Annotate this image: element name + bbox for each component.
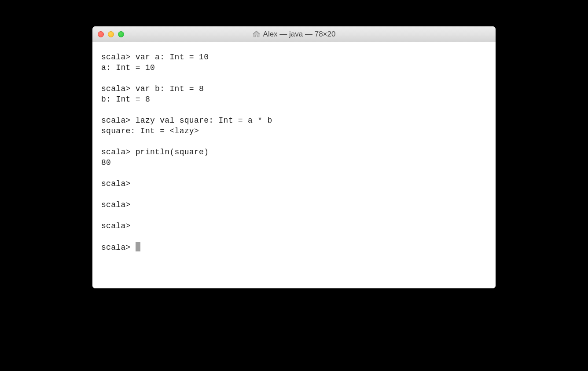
terminal-line	[101, 231, 487, 242]
cursor	[136, 242, 140, 251]
terminal-line: scala> var b: Int = 8	[101, 84, 487, 94]
terminal-line: scala> var a: Int = 10	[101, 52, 487, 62]
terminal-line	[101, 189, 487, 200]
terminal-line: scala> println(square)	[101, 147, 487, 157]
terminal-line: scala>	[101, 242, 487, 253]
traffic-lights	[92, 31, 124, 37]
terminal-line: scala>	[101, 200, 487, 210]
terminal-line: 80	[101, 157, 487, 168]
terminal-line: square: Int = <lazy>	[101, 126, 487, 136]
maximize-button[interactable]	[118, 31, 124, 37]
window-titlebar[interactable]: Alex — java — 78×20	[92, 26, 496, 42]
title-container: Alex — java — 78×20	[92, 30, 496, 39]
terminal-line	[101, 210, 487, 221]
terminal-content[interactable]: scala> var a: Int = 10a: Int = 10scala> …	[92, 42, 496, 288]
terminal-line: scala> lazy val square: Int = a * b	[101, 115, 487, 126]
terminal-line	[101, 136, 487, 147]
home-icon	[253, 30, 261, 38]
terminal-line	[101, 105, 487, 115]
terminal-line	[101, 168, 487, 178]
terminal-line: scala>	[101, 221, 487, 231]
terminal-window: Alex — java — 78×20 scala> var a: Int = …	[92, 26, 496, 288]
close-button[interactable]	[98, 31, 104, 37]
minimize-button[interactable]	[108, 31, 114, 37]
terminal-line: scala>	[101, 178, 487, 189]
terminal-line: a: Int = 10	[101, 62, 487, 73]
terminal-line	[101, 73, 487, 84]
terminal-line: b: Int = 8	[101, 94, 487, 105]
window-title: Alex — java — 78×20	[263, 30, 336, 39]
